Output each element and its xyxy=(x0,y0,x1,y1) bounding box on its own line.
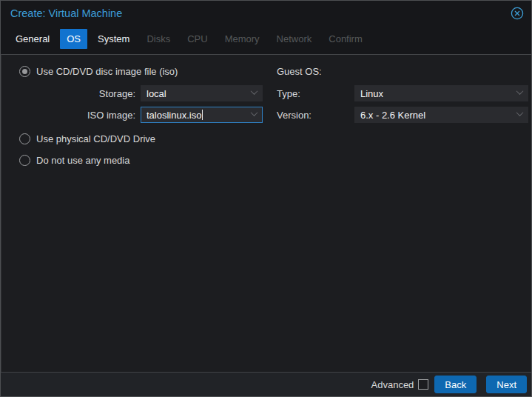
tab-general[interactable]: General xyxy=(9,29,56,49)
tab-system[interactable]: System xyxy=(91,29,136,49)
physical-drive-radio-label: Use physical CD/DVD Drive xyxy=(36,133,155,144)
next-button[interactable]: Next xyxy=(486,376,527,393)
tab-os[interactable]: OS xyxy=(60,29,87,49)
advanced-label: Advanced xyxy=(371,379,414,390)
media-column: Use CD/DVD disc image file (iso) Storage… xyxy=(1,65,268,166)
radio-row-no-media[interactable]: Do not use any media xyxy=(19,154,268,166)
dialog-titlebar: Create: Virtual Machine xyxy=(1,1,531,26)
iso-radio-button[interactable] xyxy=(19,66,30,77)
chevron-down-icon[interactable] xyxy=(516,109,524,116)
no-media-radio-button[interactable] xyxy=(19,155,30,166)
physical-drive-radio-button[interactable] xyxy=(19,133,30,144)
iso-image-label: ISO image: xyxy=(1,110,141,121)
os-version-select[interactable]: 6.x - 2.6 Kernel xyxy=(354,107,528,123)
close-icon[interactable] xyxy=(511,7,524,20)
storage-label: Storage: xyxy=(1,88,141,99)
os-type-value: Linux xyxy=(360,88,383,99)
back-button[interactable]: Back xyxy=(434,376,477,393)
iso-image-combobox[interactable]: taloslinux.iso xyxy=(141,107,263,123)
tab-disks: Disks xyxy=(140,29,177,49)
chevron-down-icon[interactable] xyxy=(251,87,258,95)
iso-image-value: taloslinux.iso xyxy=(147,110,201,121)
tab-confirm: Confirm xyxy=(322,29,369,49)
dialog-title: Create: Virtual Machine xyxy=(10,7,122,19)
advanced-checkbox[interactable] xyxy=(418,379,428,390)
guest-os-header: Guest OS: xyxy=(277,66,322,77)
wizard-tabbar: General OS System Disks CPU Memory Netwo… xyxy=(1,26,531,54)
storage-row: Storage: local xyxy=(1,85,268,101)
storage-select[interactable]: local xyxy=(141,85,263,101)
chevron-down-icon[interactable] xyxy=(251,109,258,116)
os-tab-panel: Use CD/DVD disc image file (iso) Storage… xyxy=(1,54,531,372)
os-type-row: Type: Linux xyxy=(268,85,532,101)
os-version-row: Version: 6.x - 2.6 Kernel xyxy=(268,107,532,123)
guest-os-column: Guest OS: Type: Linux Version: 6.x - 2.6… xyxy=(268,65,532,166)
os-type-label: Type: xyxy=(268,88,354,99)
os-version-value: 6.x - 2.6 Kernel xyxy=(360,110,425,121)
radio-row-iso[interactable]: Use CD/DVD disc image file (iso) xyxy=(19,65,268,77)
no-media-radio-label: Do not use any media xyxy=(36,155,129,166)
tab-cpu: CPU xyxy=(181,29,214,49)
tab-memory: Memory xyxy=(218,29,266,49)
os-type-select[interactable]: Linux xyxy=(354,85,528,101)
radio-row-physical[interactable]: Use physical CD/DVD Drive xyxy=(19,133,268,144)
advanced-toggle-group[interactable]: Advanced xyxy=(371,379,429,390)
chevron-down-icon[interactable] xyxy=(516,87,524,95)
os-version-label: Version: xyxy=(268,110,354,121)
dialog-footer: Advanced Back Next xyxy=(1,372,531,396)
create-vm-dialog: Create: Virtual Machine General OS Syste… xyxy=(0,0,532,397)
text-caret xyxy=(202,110,203,120)
iso-radio-label: Use CD/DVD disc image file (iso) xyxy=(36,66,178,77)
tab-network: Network xyxy=(270,29,319,49)
storage-value: local xyxy=(147,88,166,99)
iso-image-row: ISO image: taloslinux.iso xyxy=(1,107,268,123)
